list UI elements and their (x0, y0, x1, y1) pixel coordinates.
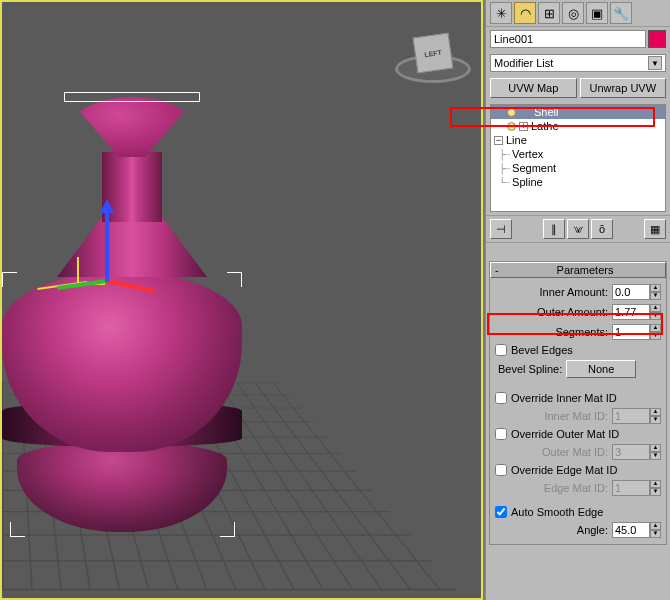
override-outer-checkbox[interactable]: Override Outer Mat ID (492, 426, 664, 442)
checkbox-input[interactable] (495, 392, 507, 404)
bevel-edges-checkbox[interactable]: Bevel Edges (492, 342, 664, 358)
spin-down-icon: ▼ (650, 416, 661, 424)
edge-mat-id-spinner: ▲▼ (612, 480, 661, 496)
view-cube[interactable]: LEFT (403, 27, 463, 87)
panel-tabs: ✳ ◠ ⊞ ◎ ▣ 🔧 (486, 0, 670, 27)
override-edge-label: Override Edge Mat ID (511, 464, 617, 476)
bbox-corner (10, 522, 25, 537)
stack-label: Shell (534, 106, 558, 118)
outer-mat-id-input (612, 444, 650, 460)
auto-smooth-checkbox[interactable]: Auto Smooth Edge (492, 504, 664, 520)
vase-base (17, 442, 227, 532)
checkbox-input[interactable] (495, 428, 507, 440)
bevel-edges-label: Bevel Edges (511, 344, 573, 356)
uvw-map-button[interactable]: UVW Map (490, 78, 577, 98)
inner-mat-id-spinner: ▲▼ (612, 408, 661, 424)
override-inner-label: Override Inner Mat ID (511, 392, 617, 404)
stack-item-spline[interactable]: └┄ Spline (491, 175, 665, 189)
utilities-tab-icon[interactable]: 🔧 (610, 2, 632, 24)
rollout-title: Parameters (509, 264, 661, 276)
segments-spinner[interactable]: ▲▼ (612, 324, 661, 340)
outer-amount-input[interactable] (612, 304, 650, 320)
stack-item-shell[interactable]: Shell (491, 105, 665, 119)
spin-down-icon[interactable]: ▼ (650, 312, 661, 320)
motion-tab-icon[interactable]: ◎ (562, 2, 584, 24)
outer-mat-id-spinner: ▲▼ (612, 444, 661, 460)
parameters-rollout: - Parameters Inner Amount: ▲▼ Outer Amou… (489, 261, 667, 545)
angle-input[interactable] (612, 522, 650, 538)
spin-down-icon: ▼ (650, 488, 661, 496)
show-end-result-icon[interactable]: ∥ (543, 219, 565, 239)
outer-mat-id-label: Outer Mat ID: (542, 446, 608, 458)
stack-label: Segment (512, 162, 556, 174)
bulb-icon[interactable] (507, 108, 516, 117)
bbox-corner (64, 92, 200, 102)
angle-label: Angle: (577, 524, 608, 536)
configure-sets-icon[interactable]: ▦ (644, 219, 666, 239)
outer-amount-spinner[interactable]: ▲▼ (612, 304, 661, 320)
checkbox-input[interactable] (495, 506, 507, 518)
spin-up-icon[interactable]: ▲ (650, 284, 661, 292)
spin-up-icon[interactable]: ▲ (650, 522, 661, 530)
modifier-list-dropdown[interactable]: Modifier List ▼ (490, 54, 666, 72)
checkbox-input[interactable] (495, 344, 507, 356)
spin-down-icon[interactable]: ▼ (650, 530, 661, 538)
gizmo-z-axis[interactable] (105, 207, 109, 282)
segments-label: Segments: (555, 326, 608, 338)
inner-mat-id-input (612, 408, 650, 424)
bbox-corner (227, 272, 242, 287)
checkbox-input[interactable] (495, 464, 507, 476)
segments-input[interactable] (612, 324, 650, 340)
spin-up-icon[interactable]: ▲ (650, 304, 661, 312)
spin-up-icon: ▲ (650, 408, 661, 416)
stack-item-vertex[interactable]: ├┄ Vertex (491, 147, 665, 161)
bbox-corner (220, 522, 235, 537)
collapse-icon: - (495, 264, 505, 276)
rollout-header[interactable]: - Parameters (490, 262, 666, 278)
stack-label: Vertex (512, 148, 543, 160)
object-name-input[interactable] (490, 30, 646, 48)
stack-item-line[interactable]: − Line (491, 133, 665, 147)
spin-down-icon[interactable]: ▼ (650, 292, 661, 300)
spin-up-icon[interactable]: ▲ (650, 324, 661, 332)
modify-tab-icon[interactable]: ◠ (514, 2, 536, 24)
spin-down-icon: ▼ (650, 452, 661, 460)
collapse-icon[interactable]: − (494, 136, 503, 145)
pin-stack-icon[interactable]: ⊣ (490, 219, 512, 239)
dropdown-arrow-icon: ▼ (648, 56, 662, 70)
stack-item-lathe[interactable]: + Lathe (491, 119, 665, 133)
modifier-stack[interactable]: Shell + Lathe − Line ├┄ Vertex ├┄ Segmen… (490, 104, 666, 212)
create-tab-icon[interactable]: ✳ (490, 2, 512, 24)
inner-amount-spinner[interactable]: ▲▼ (612, 284, 661, 300)
spin-up-icon: ▲ (650, 444, 661, 452)
make-unique-icon[interactable]: ⩖ (567, 219, 589, 239)
display-tab-icon[interactable]: ▣ (586, 2, 608, 24)
bevel-spline-label: Bevel Spline: (498, 363, 562, 375)
move-gizmo[interactable] (77, 207, 137, 307)
override-edge-checkbox[interactable]: Override Edge Mat ID (492, 462, 664, 478)
inner-mat-id-label: Inner Mat ID: (544, 410, 608, 422)
object-color-swatch[interactable] (648, 30, 666, 48)
bevel-spline-button[interactable]: None (566, 360, 636, 378)
spin-up-icon: ▲ (650, 480, 661, 488)
angle-spinner[interactable]: ▲▼ (612, 522, 661, 538)
override-inner-checkbox[interactable]: Override Inner Mat ID (492, 390, 664, 406)
bulb-icon[interactable] (507, 122, 516, 131)
inner-amount-label: Inner Amount: (540, 286, 609, 298)
stack-item-segment[interactable]: ├┄ Segment (491, 161, 665, 175)
remove-modifier-icon[interactable]: ŏ (591, 219, 613, 239)
stack-label: Lathe (531, 120, 559, 132)
bbox-corner (2, 272, 17, 287)
outer-amount-label: Outer Amount: (537, 306, 608, 318)
unwrap-uvw-button[interactable]: Unwrap UVW (580, 78, 667, 98)
viewport[interactable]: LEFT (0, 0, 483, 600)
stack-label: Line (506, 134, 527, 146)
vase-object[interactable] (2, 82, 242, 562)
inner-amount-input[interactable] (612, 284, 650, 300)
expand-icon[interactable]: + (519, 122, 528, 131)
hierarchy-tab-icon[interactable]: ⊞ (538, 2, 560, 24)
modifier-list-label: Modifier List (494, 57, 553, 69)
view-cube-face[interactable]: LEFT (413, 33, 454, 74)
auto-smooth-label: Auto Smooth Edge (511, 506, 603, 518)
spin-down-icon[interactable]: ▼ (650, 332, 661, 340)
